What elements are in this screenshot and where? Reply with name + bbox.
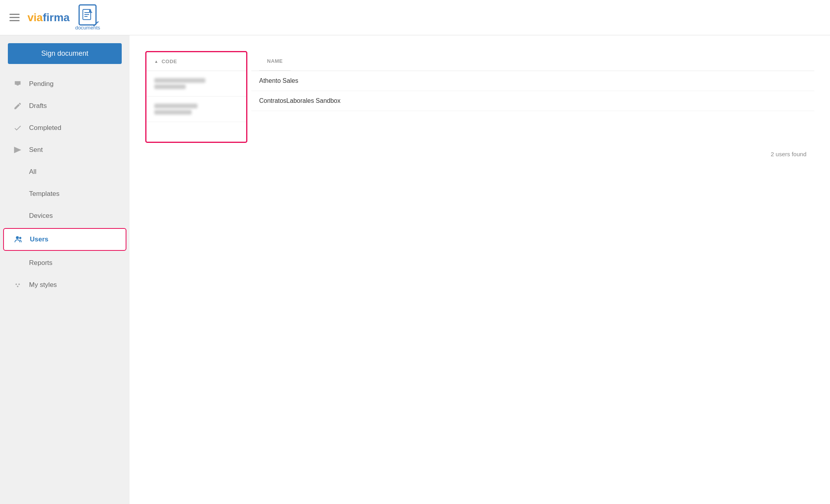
svg-point-21	[15, 282, 21, 289]
users-icon	[13, 234, 24, 245]
svg-rect-11	[18, 194, 21, 197]
sidebar-item-reports[interactable]: Reports	[3, 252, 126, 274]
svg-rect-12	[15, 212, 19, 218]
code-header-label: CODE	[161, 58, 177, 64]
name-column-header: NAME	[259, 52, 291, 71]
table-row[interactable]: ContratosLaborales Sandbox	[251, 91, 814, 111]
svg-point-23	[18, 283, 20, 285]
sidebar-item-sent[interactable]: Sent	[3, 139, 126, 161]
svg-point-6	[15, 169, 20, 174]
sidebar-label-reports: Reports	[29, 259, 53, 267]
menu-toggle[interactable]	[9, 14, 20, 21]
sidebar-label-drafts: Drafts	[29, 102, 47, 110]
sidebar-label-all: All	[29, 168, 37, 176]
svg-point-22	[16, 283, 17, 285]
app-layout: Sign document Pending Drafts Completed	[0, 35, 830, 504]
table-row-empty	[146, 122, 246, 142]
main-content: ▲ CODE	[130, 35, 830, 504]
svg-point-16	[19, 237, 22, 239]
sidebar-label-users: Users	[30, 236, 48, 243]
code-value-blurred-4	[154, 110, 192, 115]
templates-icon	[13, 189, 23, 199]
svg-rect-10	[15, 194, 17, 197]
sidebar-label-my-styles: My styles	[29, 281, 57, 289]
svg-rect-8	[15, 191, 17, 194]
svg-line-4	[94, 22, 98, 26]
app-header: viafirma document	[0, 0, 830, 35]
sidebar-item-drafts[interactable]: Drafts	[3, 95, 126, 117]
sidebar-item-pending[interactable]: Pending	[3, 73, 126, 95]
logo-firma: firma	[43, 11, 69, 24]
svg-point-24	[17, 286, 18, 287]
document-icon	[82, 9, 93, 21]
styles-icon	[13, 280, 23, 290]
sidebar-item-my-styles[interactable]: My styles	[3, 274, 126, 296]
svg-point-15	[16, 236, 19, 239]
devices-icon	[13, 211, 23, 221]
code-column: ▲ CODE	[145, 51, 251, 143]
sidebar-label-sent: Sent	[29, 146, 43, 154]
reports-icon	[13, 258, 23, 268]
sidebar-label-pending: Pending	[29, 80, 53, 88]
name-column: NAME Athento Sales ContratosLaborales Sa…	[251, 51, 814, 143]
sidebar-label-completed: Completed	[29, 124, 61, 132]
sidebar-label-templates: Templates	[29, 190, 59, 198]
check-icon	[13, 123, 23, 133]
sidebar-item-completed[interactable]: Completed	[3, 117, 126, 139]
user-name-1: Athento Sales	[259, 77, 298, 84]
code-value-blurred	[154, 78, 205, 83]
sidebar-item-devices[interactable]: Devices	[3, 205, 126, 226]
svg-rect-17	[15, 260, 21, 267]
code-value-blurred-2	[154, 84, 186, 89]
sidebar: Sign document Pending Drafts Completed	[0, 35, 130, 504]
code-value-blurred-3	[154, 104, 197, 108]
svg-rect-9	[18, 191, 21, 194]
users-table: ▲ CODE	[145, 51, 814, 143]
user-name-2: ContratosLaborales Sandbox	[259, 97, 340, 104]
search-icon	[13, 167, 23, 177]
logo: viafirma document	[27, 4, 100, 31]
table-row[interactable]	[146, 97, 246, 122]
sent-icon	[13, 145, 23, 155]
edit-icon	[13, 101, 23, 111]
sidebar-item-users[interactable]: Users	[3, 228, 126, 251]
found-count: 2 users found	[145, 151, 814, 157]
sidebar-label-devices: Devices	[29, 212, 53, 220]
sidebar-item-all[interactable]: All	[3, 161, 126, 183]
table-row[interactable]	[146, 71, 246, 97]
sidebar-item-templates[interactable]: Templates	[3, 183, 126, 205]
sort-arrow-icon: ▲	[154, 59, 158, 64]
logo-via: via	[27, 11, 43, 24]
code-column-header[interactable]: ▲ CODE	[146, 52, 246, 71]
pen-icon	[93, 20, 99, 27]
table-row[interactable]: Athento Sales	[251, 71, 814, 91]
inbox-icon	[13, 79, 23, 89]
svg-line-7	[19, 173, 21, 175]
sign-document-button[interactable]: Sign document	[8, 43, 122, 64]
